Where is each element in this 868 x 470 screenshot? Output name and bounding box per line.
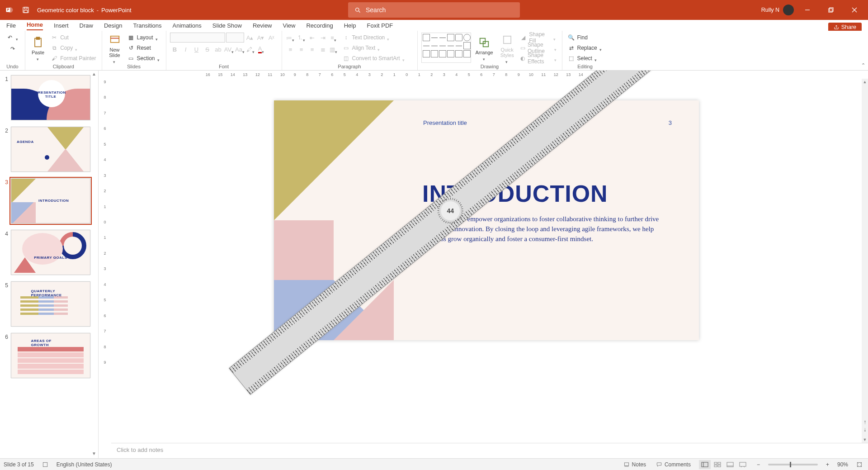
new-slide-button[interactable]: New Slide: [106, 33, 124, 63]
section-button[interactable]: ▭Section: [126, 53, 162, 63]
undo-button[interactable]: ↶: [5, 33, 21, 42]
format-painter-button[interactable]: 🖌Format Painter: [49, 53, 98, 63]
replace-button[interactable]: ⇄Replace: [566, 43, 604, 52]
slideshow-view-button[interactable]: [737, 460, 749, 469]
arrange-button[interactable]: Arrange: [473, 33, 496, 63]
shadow-button[interactable]: ab: [213, 44, 223, 54]
convert-smartart-button[interactable]: ◫Convert to SmartArt: [341, 53, 407, 63]
fit-to-window-button[interactable]: [854, 461, 864, 468]
decrease-font-button[interactable]: A▾: [256, 33, 266, 43]
tab-design[interactable]: Design: [104, 21, 122, 30]
language-status[interactable]: English (United States): [57, 461, 112, 468]
italic-button[interactable]: I: [181, 44, 191, 54]
find-button[interactable]: 🔍Find: [566, 33, 604, 42]
shape-fill-button[interactable]: ◢Shape Fill: [519, 33, 558, 42]
prev-slide-icon[interactable]: ⭱: [863, 420, 867, 425]
layout-button[interactable]: ▦Layout: [126, 33, 162, 42]
thumb-scroll-down[interactable]: ▼: [91, 451, 97, 457]
zoom-out-button[interactable]: −: [755, 461, 762, 468]
char-spacing-button[interactable]: AV: [224, 44, 234, 54]
shapes-gallery[interactable]: [421, 33, 471, 63]
ruler-angle-indicator[interactable]: 44: [439, 199, 462, 222]
scroll-down-icon[interactable]: ▼: [863, 437, 867, 442]
align-right-button[interactable]: ≡: [307, 44, 317, 54]
slide-page-number[interactable]: 3: [669, 119, 672, 126]
quick-styles-button[interactable]: Quick Styles: [498, 33, 517, 63]
tab-view[interactable]: View: [283, 21, 296, 30]
font-size-input[interactable]: [226, 33, 244, 43]
redo-button[interactable]: ↷: [7, 44, 18, 53]
notes-toggle[interactable]: Notes: [622, 461, 648, 468]
zoom-level[interactable]: 90%: [837, 461, 848, 468]
tab-recording[interactable]: Recording: [306, 21, 333, 30]
sorter-view-button[interactable]: [712, 460, 723, 469]
strikethrough-button[interactable]: S: [203, 44, 212, 54]
save-icon[interactable]: [21, 5, 31, 15]
paste-button[interactable]: Paste: [29, 33, 47, 63]
align-text-button[interactable]: ▭Align Text: [341, 43, 407, 52]
clear-formatting-button[interactable]: Aᵡ: [267, 33, 277, 43]
tab-review[interactable]: Review: [253, 21, 272, 30]
font-color-button[interactable]: A: [257, 44, 267, 54]
share-button[interactable]: Share: [828, 23, 862, 32]
text-direction-button[interactable]: ↕Text Direction: [341, 33, 407, 42]
tab-animations[interactable]: Animations: [173, 21, 202, 30]
copy-button[interactable]: ⧉Copy: [49, 43, 98, 52]
tab-draw[interactable]: Draw: [80, 21, 93, 30]
align-left-button[interactable]: ≡: [286, 44, 296, 54]
tab-transitions[interactable]: Transitions: [133, 21, 161, 30]
columns-button[interactable]: ▥: [329, 44, 339, 54]
select-button[interactable]: ⬚Select: [566, 53, 604, 63]
user-name[interactable]: Rully N: [761, 7, 779, 13]
increase-font-button[interactable]: A▴: [245, 33, 255, 43]
shape-outline-button[interactable]: ▭Shape Outline: [519, 43, 558, 52]
tab-home[interactable]: Home: [27, 20, 43, 30]
search-box[interactable]: Search: [348, 2, 520, 18]
user-avatar[interactable]: [783, 5, 794, 15]
justify-button[interactable]: ≣: [318, 44, 328, 54]
zoom-in-button[interactable]: +: [824, 461, 831, 468]
tab-file[interactable]: File: [6, 21, 16, 30]
highlight-button[interactable]: 🖍: [246, 44, 256, 54]
minimize-button[interactable]: [797, 0, 817, 20]
tab-help[interactable]: Help: [344, 21, 356, 30]
thumbnail-slide-1[interactable]: 1PRESENTATIONTITLE: [2, 75, 96, 120]
notes-pane[interactable]: Click to add notes: [111, 443, 868, 458]
restore-button[interactable]: [821, 0, 841, 20]
decrease-indent-button[interactable]: ⇤: [307, 33, 317, 43]
bullets-button[interactable]: ≔: [286, 33, 296, 43]
cut-button[interactable]: ✂Cut: [49, 33, 98, 42]
next-slide-icon[interactable]: ⭳: [863, 427, 867, 432]
reset-button[interactable]: ↺Reset: [126, 43, 162, 52]
close-button[interactable]: [844, 0, 864, 20]
tab-insert[interactable]: Insert: [54, 21, 69, 30]
numbering-button[interactable]: ⒈: [297, 33, 307, 43]
line-spacing-button[interactable]: ≡: [329, 33, 339, 43]
normal-view-button[interactable]: [699, 460, 711, 469]
tab-slide-show[interactable]: Slide Show: [212, 21, 242, 30]
slide-canvas-area[interactable]: Presentation title 3 INTRODUCTION At Con…: [111, 79, 862, 458]
tab-foxit-pdf[interactable]: Foxit PDF: [367, 21, 393, 30]
editor-vertical-scrollbar[interactable]: ▲ ⭱ ⭳ ▼: [862, 79, 868, 443]
slide-header[interactable]: Presentation title: [423, 119, 467, 126]
increase-indent-button[interactable]: ⇥: [318, 33, 328, 43]
scroll-up-icon[interactable]: ▲: [863, 80, 867, 84]
slide-thumbnail-pane[interactable]: ▲ 1PRESENTATIONTITLE2AGENDA3INTRODUCTION…: [0, 71, 99, 458]
font-name-input[interactable]: [170, 33, 225, 43]
thumbnail-slide-4[interactable]: 4PRIMARY GOALS: [2, 230, 96, 275]
align-center-button[interactable]: ≡: [297, 44, 307, 54]
thumbnail-slide-3[interactable]: 3INTRODUCTION: [2, 178, 96, 223]
comments-toggle[interactable]: Comments: [654, 461, 693, 468]
reading-view-button[interactable]: [724, 460, 736, 469]
accessibility-icon[interactable]: [40, 461, 50, 468]
collapse-ribbon-button[interactable]: ⌃: [861, 62, 865, 68]
thumb-scroll-up[interactable]: ▲: [91, 71, 97, 78]
zoom-slider[interactable]: [768, 464, 818, 465]
change-case-button[interactable]: Aa: [235, 44, 245, 54]
underline-button[interactable]: U: [192, 44, 202, 54]
bold-button[interactable]: B: [170, 44, 180, 54]
thumbnail-slide-2[interactable]: 2AGENDA: [2, 127, 96, 172]
shape-effects-button[interactable]: ◐Shape Effects: [519, 53, 558, 63]
thumbnail-slide-6[interactable]: 6AREAS OF GROWTH: [2, 333, 96, 378]
slide-counter[interactable]: Slide 3 of 15: [4, 461, 34, 468]
